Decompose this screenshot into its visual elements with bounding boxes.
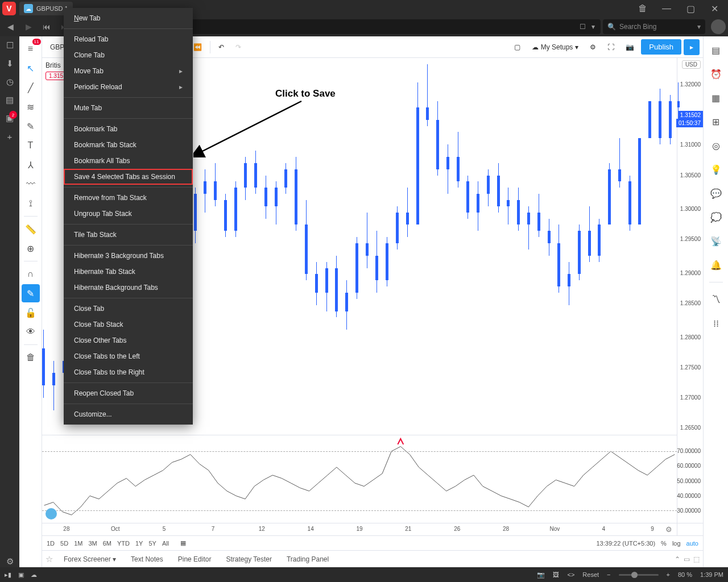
ctx-remove-from-stack[interactable]: Remove from Tab Stack: [64, 190, 193, 206]
sb-zoom-slider[interactable]: [619, 574, 659, 576]
trash-tool-icon[interactable]: 🗑: [22, 348, 40, 367]
sb-page-actions-icon[interactable]: <>: [567, 571, 574, 578]
bookmark-icon[interactable]: ☐: [580, 23, 586, 31]
public-chat-icon[interactable]: 💬: [707, 184, 725, 202]
ctx-new-tab[interactable]: New Tab: [64, 10, 193, 26]
magnet-icon[interactable]: ∩: [22, 265, 40, 283]
collapse-panel-icon[interactable]: ⌃: [675, 555, 680, 563]
timeframe-YTD[interactable]: YTD: [117, 540, 130, 547]
search-dropdown-icon[interactable]: ▾: [697, 23, 701, 31]
ctx-save-session[interactable]: Save 4 Selected Tabs as Session: [64, 169, 193, 185]
forward-button[interactable]: ▶: [20, 19, 36, 35]
bottom-tab-text-notes[interactable]: Text Notes: [125, 552, 169, 566]
dom-icon[interactable]: 〽: [707, 290, 725, 309]
cursor-tool-icon[interactable]: ↖: [22, 59, 40, 77]
trash-icon[interactable]: 🗑: [631, 1, 654, 16]
timeframe-3M[interactable]: 3M: [88, 540, 97, 547]
bottom-tab-pine-editor[interactable]: Pine Editor: [172, 552, 218, 566]
pattern-tool-icon[interactable]: ⅄: [22, 156, 40, 174]
publish-button[interactable]: Publish: [641, 39, 681, 55]
ctx-close-other[interactable]: Close Other Tabs: [64, 332, 193, 348]
profile-button[interactable]: [711, 19, 726, 34]
ctx-close-stack[interactable]: Close Tab Stack: [64, 317, 193, 332]
favorite-star-icon[interactable]: ☆: [46, 554, 53, 564]
downloads-panel-icon[interactable]: ⬇: [4, 58, 15, 69]
price-axis[interactable]: USD 1.31502 01:50:37 1.320001.310001.305…: [677, 58, 703, 435]
timeframe-1M[interactable]: 1M: [74, 540, 82, 547]
notifications-bell-icon[interactable]: 🔔: [707, 256, 725, 274]
bookmarks-panel-icon[interactable]: ☐: [4, 40, 15, 51]
lock-drawings-icon[interactable]: ✎: [22, 284, 40, 302]
ctx-reopen-closed[interactable]: Reopen Closed Tab: [64, 385, 193, 401]
currency-badge[interactable]: USD: [682, 60, 701, 69]
eye-icon[interactable]: 👁: [22, 323, 40, 341]
close-button[interactable]: ✕: [703, 1, 726, 16]
indicator-axis[interactable]: 70.0000060.0000050.0000040.0000030.00000: [677, 435, 703, 523]
maximize-button[interactable]: ▢: [679, 1, 702, 16]
watchlist-icon[interactable]: ▤: [707, 41, 725, 59]
ctx-hibernate-bg[interactable]: Hibernate 3 Background Tabs: [64, 248, 193, 264]
sb-tiling-icon[interactable]: ▣: [18, 571, 24, 579]
history-panel-icon[interactable]: ◷: [4, 76, 15, 88]
redo-button[interactable]: ↷: [231, 41, 246, 53]
timeframe-All[interactable]: All: [162, 540, 169, 547]
unlock-icon[interactable]: 🔓: [22, 304, 40, 322]
timeframe-1D[interactable]: 1D: [47, 540, 55, 547]
sb-panel-toggle-icon[interactable]: ▸▮: [5, 571, 11, 579]
sb-zoom-out-icon[interactable]: −: [607, 571, 610, 578]
ctx-bookmark-all[interactable]: Bookmark All Tabs: [64, 153, 193, 169]
news-target-icon[interactable]: ◎: [707, 136, 725, 155]
hotlist-icon[interactable]: ▦: [707, 89, 725, 107]
sb-reset-zoom[interactable]: Reset: [582, 571, 599, 578]
settings-gear-icon[interactable]: ⚙: [4, 556, 15, 567]
sb-sync-icon[interactable]: ☁: [31, 571, 37, 579]
sb-toggle-images-icon[interactable]: 🖼: [553, 571, 559, 578]
ctx-close-right[interactable]: Close Tabs to the Right: [64, 364, 193, 380]
object-tree-icon[interactable]: ⁞⁞: [707, 314, 725, 332]
ctx-move-tab[interactable]: Move Tab: [64, 63, 193, 79]
ctx-bookmark-stack[interactable]: Bookmark Tab Stack: [64, 137, 193, 153]
goto-date-icon[interactable]: ▦: [180, 539, 186, 547]
ruler-icon[interactable]: 📏: [22, 220, 40, 238]
ctx-clone-tab[interactable]: Clone Tab: [64, 47, 193, 63]
rewind-button[interactable]: ⏮: [39, 19, 55, 35]
ctx-tile-stack[interactable]: Tile Tab Stack: [64, 227, 193, 243]
dropdown-icon[interactable]: ▾: [592, 23, 595, 31]
add-panel-icon[interactable]: +: [4, 131, 15, 142]
ideas-stream-icon[interactable]: 📡: [707, 232, 725, 250]
minimize-button[interactable]: —: [655, 1, 678, 16]
hamburger-icon[interactable]: ≡: [22, 40, 40, 58]
timeframe-6M[interactable]: 6M: [103, 540, 111, 547]
axis-settings-icon[interactable]: ⚙: [665, 525, 672, 534]
ctx-close-tab[interactable]: Close Tab: [64, 301, 193, 317]
ctx-bookmark-tab[interactable]: Bookmark Tab: [64, 121, 193, 137]
brush-tool-icon[interactable]: ✎: [22, 117, 40, 135]
ctx-hibernate-stack[interactable]: Hibernate Tab Stack: [64, 264, 193, 280]
trendline-tool-icon[interactable]: ╱: [22, 78, 40, 97]
ctx-hibernate-bg-tabs[interactable]: Hibernate Background Tabs: [64, 280, 193, 296]
auto-toggle[interactable]: auto: [686, 540, 698, 547]
ctx-ungroup-stack[interactable]: Ungroup Tab Stack: [64, 206, 193, 222]
minimize-panel-icon[interactable]: ▭: [684, 555, 690, 563]
ctx-periodic-reload[interactable]: Periodic Reload: [64, 79, 193, 95]
notes-panel-icon[interactable]: ▤: [4, 94, 15, 106]
timeframe-5Y[interactable]: 5Y: [148, 540, 156, 547]
my-setups-button[interactable]: ☁ My Setups ▾: [527, 41, 584, 53]
snapshot-button[interactable]: 📷: [621, 41, 639, 53]
timeframe-1Y[interactable]: 1Y: [135, 540, 143, 547]
log-toggle[interactable]: log: [672, 540, 681, 547]
ctx-reload-tab[interactable]: Reload Tab: [64, 31, 193, 47]
ctx-mute-tab[interactable]: Mute Tab: [64, 100, 193, 116]
alerts-icon[interactable]: ⏰: [707, 65, 725, 83]
calendar-icon[interactable]: ⊞: [707, 113, 725, 131]
indicator-chart[interactable]: [42, 435, 677, 523]
start-stream-button[interactable]: ▸: [684, 39, 700, 55]
bottom-tab-trading-panel[interactable]: Trading Panel: [280, 552, 335, 566]
fib-tool-icon[interactable]: ≋: [22, 98, 40, 116]
percent-toggle[interactable]: %: [661, 540, 667, 547]
ideas-bulb-icon[interactable]: 💡: [707, 160, 725, 178]
timeframe-5D[interactable]: 5D: [60, 540, 68, 547]
ctx-close-left[interactable]: Close Tabs to the Left: [64, 348, 193, 364]
layout-button[interactable]: ▢: [510, 41, 525, 53]
undo-button[interactable]: ↶: [214, 41, 229, 53]
